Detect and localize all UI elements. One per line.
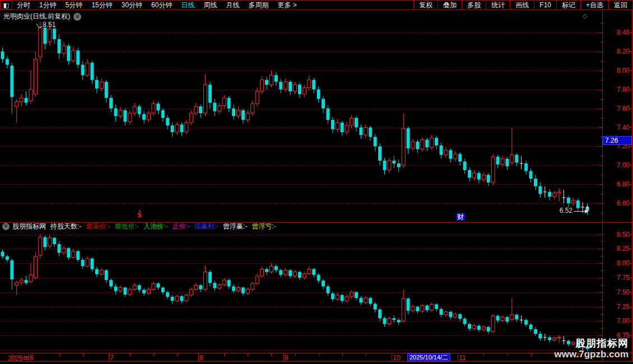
y-axis-label: 7.60 [605, 105, 630, 113]
indicator-field: 最高价:- [86, 222, 110, 231]
low-price-annotation: 6.52 [548, 207, 573, 214]
sell-signal-marker: ▲ S [136, 209, 143, 218]
menu-item-tool[interactable]: +自选 [580, 1, 608, 10]
y-axis-label: 7.75 [605, 274, 630, 282]
indicator-field: 曾浮亏:- [252, 222, 276, 231]
high-price-annotation: 8.51 [43, 21, 55, 29]
menu-item-period[interactable]: 1分钟 [35, 1, 61, 10]
chart-title: 光明肉业(日线.前复权) [3, 12, 70, 21]
menu-item-period[interactable]: 更多 > [273, 1, 301, 10]
split-window-icon[interactable]: ◧ [0, 1, 12, 10]
chevron-down-icon[interactable]: ˅ [73, 13, 81, 21]
watermark-site-name: 股朋指标网 [554, 338, 629, 349]
menu-item-tool[interactable]: 画线 [510, 1, 534, 10]
menu-item-tool[interactable]: F10 [534, 1, 556, 10]
indicator-field: 入池价:- [143, 222, 167, 231]
menu-item-period[interactable]: 60分钟 [147, 1, 176, 10]
selected-date-box: 2025/10/14/二 [407, 353, 450, 361]
y-axis-label: 7.00 [605, 161, 630, 169]
indicator-field: 持股天数:- [50, 222, 81, 231]
y-axis-label: 7.00 [605, 317, 630, 325]
indicator-field: 最低价:- [115, 222, 139, 231]
menu-item-period[interactable]: 分时 [12, 1, 35, 10]
menu-item-period[interactable]: 5分钟 [61, 1, 87, 10]
indicator-header: ˅ 股朋指标网 持股天数:-最高价:-最低价:-入池价:-止价:-现赢利:-曾浮… [2, 223, 281, 230]
y-axis-label: 7.25 [605, 303, 630, 311]
finance-marker-badge: 财 [456, 213, 465, 221]
corner-diamond-icon[interactable]: ◇ [583, 12, 587, 20]
menu-item-period[interactable]: 15分钟 [87, 1, 117, 10]
last-price-box: 7.26 [603, 136, 632, 145]
y-axis-label: 8.50 [605, 231, 630, 239]
y-axis-label: 8.25 [605, 245, 630, 253]
menu-item-tool[interactable]: 返回 [608, 1, 633, 10]
menu-item-period[interactable]: 周线 [199, 1, 221, 10]
menu-item-tool[interactable]: 统计 [486, 1, 510, 10]
x-axis-month-label: 11 [459, 354, 466, 362]
sell-signal-letter: S [136, 212, 143, 218]
menu-item-period[interactable]: 多周期 [244, 1, 273, 10]
x-axis-month-label: 6 [30, 354, 34, 362]
y-axis-label: 7.80 [605, 86, 630, 94]
menu-item-period[interactable]: 月线 [221, 1, 244, 10]
y-axis-label: 8.00 [605, 67, 630, 74]
period-menu: ◧ 分时1分钟5分钟15分钟30分钟60分钟日线周线月线多周期更多 > [0, 1, 301, 10]
menu-item-tool[interactable]: 复权 [413, 1, 437, 10]
y-axis-label: 6.60 [605, 199, 630, 207]
x-axis-month-label: 10 [393, 354, 400, 362]
y-axis-label: 8.40 [605, 29, 630, 36]
x-axis-month-label: 8 [199, 354, 203, 362]
indicator-source-label: 股朋指标网 [12, 222, 46, 231]
menu-item-tool[interactable]: 叠加 [437, 1, 462, 10]
chart-title-row: 光明肉业(日线.前复权) ˅ [3, 12, 81, 21]
menubar: ◧ 分时1分钟5分钟15分钟30分钟60分钟日线周线月线多周期更多 > 复权叠加… [0, 0, 633, 10]
stock-chart-app: ◧ 分时1分钟5分钟15分钟30分钟60分钟日线周线月线多周期更多 > 复权叠加… [0, 0, 633, 364]
indicator-field: 止价:- [172, 222, 189, 231]
x-axis-month-label: 9 [285, 354, 288, 362]
chevron-down-icon[interactable]: ˅ [2, 223, 10, 230]
y-axis-label: 7.40 [605, 124, 630, 132]
x-axis-month-label: 7 [110, 354, 114, 362]
y-axis-label: 8.20 [605, 48, 630, 55]
menu-item-period[interactable]: 日线 [176, 1, 199, 10]
x-axis-year-label: 2025年 [8, 354, 30, 363]
watermark: 股朋指标网 www.7gpzb.com [554, 338, 629, 360]
candlestick-chart-canvas[interactable] [0, 0, 633, 364]
indicator-field: 现赢利:- [194, 222, 218, 231]
menu-item-tool[interactable]: 标记 [556, 1, 580, 10]
indicator-field: 曾浮赢:- [223, 222, 247, 231]
y-axis-label: 8.00 [605, 259, 630, 267]
y-axis-label: 7.50 [605, 288, 630, 296]
watermark-site-url: www.7gpzb.com [554, 349, 629, 360]
y-axis-label: 6.80 [605, 180, 630, 188]
menu-item-period[interactable]: 30分钟 [117, 1, 147, 10]
menu-item-tool[interactable]: 多股 [462, 1, 486, 10]
tool-menu: 复权叠加多股统计画线F10标记+自选返回 [413, 1, 633, 10]
